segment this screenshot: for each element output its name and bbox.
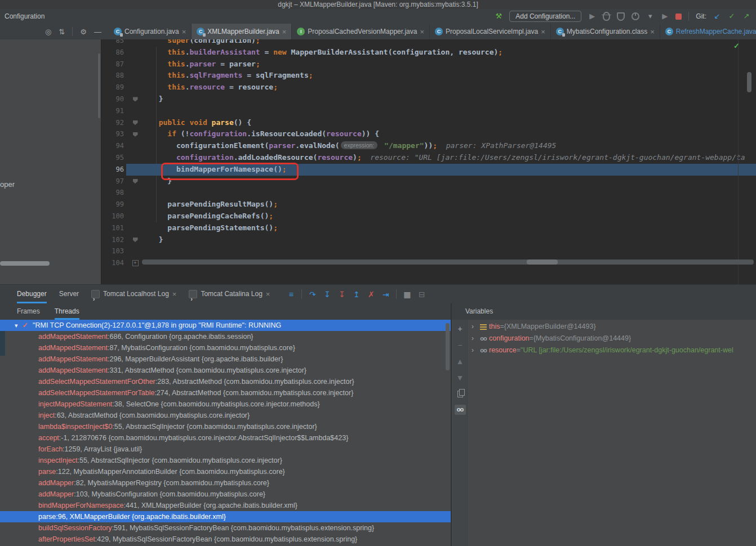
- stack-frame[interactable]: addMappedStatement:87, MybatisConfigurat…: [0, 342, 451, 353]
- code-line[interactable]: 94 configurationElement(parser.evalNode(…: [101, 140, 756, 152]
- editor-hscrollbar-thumb[interactable]: [527, 259, 558, 265]
- git-commit-icon[interactable]: ✓: [728, 12, 736, 20]
- profiler-icon[interactable]: [632, 12, 639, 20]
- add-configuration-button[interactable]: Add Configuration...: [509, 11, 581, 22]
- debug-tab-server[interactable]: Server: [59, 285, 79, 303]
- show-execution-point-icon[interactable]: ≡: [287, 290, 295, 299]
- stack-frame[interactable]: addMappedStatement:331, AbstractMethod {…: [0, 365, 451, 376]
- fold-marker-icon[interactable]: [133, 132, 138, 137]
- force-step-into-icon[interactable]: ↧: [337, 290, 346, 299]
- close-tab-icon[interactable]: ×: [650, 28, 655, 35]
- variable-row[interactable]: ›ooresource = "URL [jar:file:/Users/zeng…: [468, 344, 756, 356]
- run-to-cursor-icon[interactable]: ⇥: [381, 290, 390, 299]
- stop-icon[interactable]: [675, 14, 682, 20]
- build-hammer-icon[interactable]: ⚒: [495, 12, 502, 20]
- run-with-coverage-icon[interactable]: [617, 12, 625, 21]
- add-watch-icon[interactable]: +: [457, 324, 462, 333]
- stack-frame[interactable]: parse:122, MybatisMapperAnnotationBuilde…: [0, 466, 451, 477]
- chevron-down-icon[interactable]: ▾: [15, 320, 18, 331]
- editor-tab[interactable]: CRefreshMapperCache.java×: [660, 24, 756, 39]
- left-panel-vscrollbar[interactable]: [98, 53, 100, 118]
- profiler-dropdown-icon[interactable]: ▾: [646, 12, 654, 20]
- evaluate-expression-icon[interactable]: ▦: [403, 290, 411, 299]
- step-over-icon[interactable]: ↷: [308, 290, 317, 299]
- code-line[interactable]: 98: [101, 187, 756, 199]
- debug-tab-tomcat-catalina-log[interactable]: Tomcat Catalina Log×: [189, 285, 270, 303]
- run-secondary-icon[interactable]: ▶: [661, 12, 669, 20]
- stack-frame[interactable]: addMapper:82, MybatisMapperRegistry {com…: [0, 477, 451, 489]
- stack-frame[interactable]: addMappedStatement:686, Configuration {o…: [0, 331, 451, 342]
- code-line[interactable]: 101 parsePendingStatements();: [101, 222, 756, 234]
- code-line[interactable]: 100 parsePendingCacheRefs();: [101, 211, 756, 222]
- stack-frame[interactable]: inspectInject:55, AbstractSqlInjector {c…: [0, 455, 451, 466]
- stack-frame[interactable]: bindMapperForNamespace:441, XMLMapperBui…: [0, 500, 451, 511]
- stack-frame[interactable]: forEach:1259, ArrayList {java.util}: [0, 444, 451, 455]
- code-line[interactable]: 92 public void parse() {: [101, 117, 756, 129]
- fold-marker-icon[interactable]: [133, 238, 138, 242]
- close-tab-icon[interactable]: ×: [420, 28, 424, 35]
- close-tab-icon[interactable]: ×: [541, 28, 545, 35]
- variable-row[interactable]: ›this = {XMLMapperBuilder@14493}: [468, 321, 756, 333]
- fold-marker-icon[interactable]: [133, 97, 138, 101]
- copy-icon[interactable]: [457, 391, 463, 397]
- expand-chevron-icon[interactable]: ›: [468, 333, 478, 344]
- code-line[interactable]: 91: [101, 105, 756, 117]
- code-line[interactable]: 95 configuration.addLoadedResource(resou…: [101, 152, 756, 164]
- hide-panel-icon[interactable]: —: [94, 28, 101, 36]
- code-editor[interactable]: 85 super(configuration);86 this.builderA…: [101, 39, 756, 284]
- step-into-icon[interactable]: ↧: [323, 290, 331, 299]
- debug-tab-debugger[interactable]: Debugger: [17, 285, 47, 303]
- code-line[interactable]: 87 this.parser = parser;: [101, 59, 756, 70]
- stack-frame[interactable]: accept:-1, 212870676 {com.baomidou.mybat…: [0, 432, 451, 444]
- gear-icon[interactable]: ⚙: [80, 28, 87, 36]
- code-line[interactable]: 89 this.resource = resource;: [101, 82, 756, 93]
- code-line[interactable]: 93 if (!configuration.isResourceLoaded(r…: [101, 128, 756, 140]
- debug-bug-icon[interactable]: [603, 12, 610, 21]
- code-line[interactable]: 88 this.sqlFragments = sqlFragments;: [101, 70, 756, 82]
- frames-vscrollbar[interactable]: [446, 323, 450, 370]
- stack-frame[interactable]: parse:96, XMLMapperBuilder {org.apache.i…: [0, 511, 451, 522]
- expand-chevron-icon[interactable]: ›: [468, 344, 478, 356]
- drop-frame-icon[interactable]: ✗: [367, 290, 375, 299]
- code-line[interactable]: 102 }: [101, 234, 756, 246]
- code-line[interactable]: 103: [101, 245, 756, 257]
- git-push-icon[interactable]: ↗: [742, 12, 750, 20]
- stack-frame[interactable]: injectMappedStatement:38, SelectOne {com…: [0, 399, 451, 410]
- tab-threads[interactable]: Threads: [55, 303, 79, 320]
- expand-chevron-icon[interactable]: ›: [468, 321, 478, 333]
- show-watches-icon[interactable]: oo: [455, 405, 466, 415]
- collapse-split-icon[interactable]: ⇅: [59, 28, 65, 36]
- editor-vscrollbar[interactable]: [747, 72, 751, 92]
- editor-tab[interactable]: CMybatisConfiguration.class×: [551, 24, 660, 39]
- close-tab-icon[interactable]: ×: [282, 28, 287, 35]
- fold-marker-icon[interactable]: [133, 120, 138, 125]
- code-line[interactable]: 90 }: [101, 93, 756, 105]
- move-up-icon[interactable]: ▲: [456, 357, 464, 366]
- editor-tab[interactable]: CProposalLocalServiceImpl.java×: [430, 24, 551, 39]
- stack-frame[interactable]: inject:63, AbstractMethod {com.baomidou.…: [0, 410, 451, 421]
- stack-frame[interactable]: addMapper:103, MybatisConfiguration {com…: [0, 489, 451, 500]
- code-line[interactable]: 85 super(configuration);: [101, 39, 756, 47]
- editor-tab[interactable]: CXMLMapperBuilder.java×: [192, 24, 292, 39]
- fold-marker-icon[interactable]: [133, 179, 138, 184]
- move-down-icon[interactable]: ▼: [456, 373, 464, 382]
- stack-frame[interactable]: afterPropertiesSet:429, MybatisSqlSessio…: [0, 534, 451, 545]
- target-icon[interactable]: ◎: [45, 28, 51, 36]
- step-out-icon[interactable]: ↥: [352, 290, 361, 299]
- git-update-icon[interactable]: ↙: [713, 12, 721, 20]
- left-panel-hscrollbar[interactable]: [0, 261, 50, 266]
- stack-frame[interactable]: addSelectMappedStatementForTable:274, Ab…: [0, 387, 451, 399]
- code-line[interactable]: 99 parsePendingResultMaps();: [101, 199, 756, 211]
- close-tab-icon[interactable]: ×: [182, 28, 186, 35]
- close-tab-icon[interactable]: ×: [266, 290, 270, 298]
- editor-tab[interactable]: IProposalCachedVersionMapper.java×: [292, 24, 430, 39]
- editor-tab[interactable]: CConfiguration.java×: [109, 24, 192, 39]
- debug-tab-tomcat-localhost-log[interactable]: Tomcat Localhost Log×: [91, 285, 176, 303]
- run-icon[interactable]: ▶: [588, 12, 596, 20]
- stack-frame[interactable]: lambda$inspectInject$0:55, AbstractSqlIn…: [0, 421, 451, 432]
- fold-expand-icon[interactable]: +: [132, 260, 139, 266]
- thread-row[interactable]: ▾✓"RMI TCP Connection(2)-127.0.0.1"@1,87…: [0, 320, 451, 331]
- editor-hscrollbar[interactable]: [142, 259, 754, 265]
- execution-line[interactable]: 96 bindMapperForNamespace();: [101, 164, 756, 176]
- stack-frame[interactable]: addSelectMappedStatementForOther:283, Ab…: [0, 376, 451, 387]
